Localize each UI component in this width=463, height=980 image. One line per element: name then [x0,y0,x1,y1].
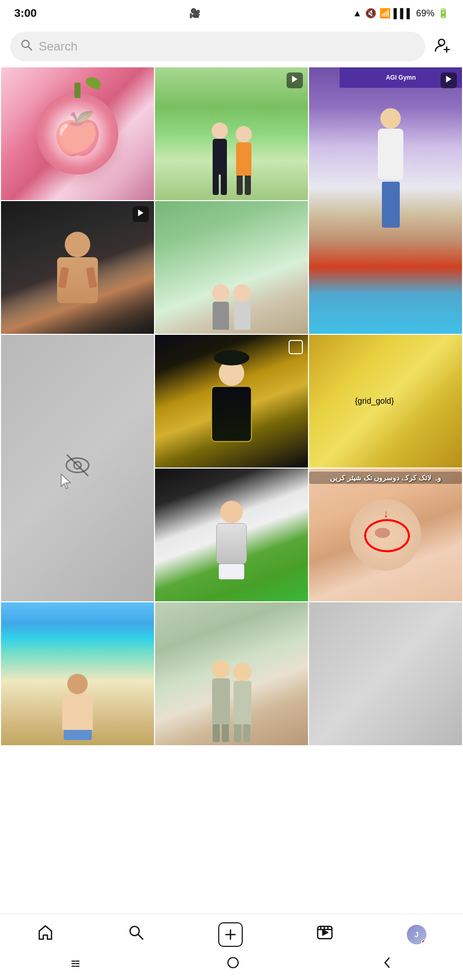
bluetooth-icon: ▲ [353,8,362,19]
sys-nav-back[interactable] [382,956,392,973]
battery-text: 69% [416,8,434,19]
add-button[interactable] [218,922,243,947]
square-badge-woman-trad [289,340,303,354]
svg-marker-7 [138,209,144,216]
grid-item-gold-bars[interactable]: {grid_gold} [309,335,462,468]
reel-badge-muscle-man [133,206,149,222]
grid-item-gym-girl[interactable]: AGI Gymn [309,67,462,334]
home-icon [37,924,54,945]
status-icons: 🎥 [189,8,200,19]
grid-item-baby-nose[interactable]: ↓ وہ لائک کرکے دوسروں تک شیئر کریں [309,469,462,601]
wifi-icon: 📶 [379,8,391,19]
sys-nav-home[interactable] [226,956,240,973]
nav-reels[interactable] [316,924,333,945]
search-placeholder-text: Search [39,39,78,54]
search-icon [20,39,33,54]
grid-item-grey-blank[interactable] [1,335,154,601]
svg-point-2 [439,39,445,45]
svg-marker-6 [446,76,452,83]
grid-item-apple[interactable] [1,67,154,200]
signal-icon: ▌▌▌ [394,8,413,19]
grid-item-grey-bottom[interactable] [309,602,462,745]
grid-item-anime-couple-stand[interactable] [155,602,308,745]
svg-marker-16 [323,930,328,935]
reels-nav-icon [316,924,333,945]
search-bar-container: Search [0,27,463,66]
search-nav-icon [127,924,145,945]
reel-badge-gym-girl [441,72,457,88]
svg-marker-5 [292,76,298,83]
system-nav-bar [0,951,463,980]
grid-item-muscle-man[interactable] [1,201,154,334]
mute-icon: 🔇 [365,8,376,19]
image-grid: AGI Gymn [0,66,463,827]
grid-item-anime-couple-sit[interactable] [155,201,308,334]
grid-item-beach-boy[interactable] [1,602,154,745]
svg-line-1 [29,47,32,51]
search-bar[interactable]: Search [10,32,425,61]
sys-nav-recents[interactable] [71,957,84,972]
bottom-nav-items: J [0,914,463,951]
grid-item-anime-kids[interactable] [155,67,308,200]
grid-item-woman-trad[interactable] [155,335,308,468]
svg-point-27 [228,958,238,968]
nav-add[interactable] [218,922,243,947]
nav-home[interactable] [37,924,54,945]
status-time: 3:00 [14,7,37,20]
add-friend-button[interactable] [432,35,453,59]
video-icon: 🎥 [189,8,200,19]
svg-line-12 [138,935,143,939]
bottom-nav: J [0,914,463,980]
status-bar: 3:00 🎥 ▲ 🔇 📶 ▌▌▌ 69% 🔋 [0,0,463,27]
battery-icon: 🔋 [438,8,449,19]
grid-item-ronaldo[interactable] [155,469,308,601]
nav-profile[interactable]: J [407,925,426,944]
profile-avatar[interactable]: J [407,925,426,944]
overlay-text-baby: وہ لائک کرکے دوسروں تک شیئر کریں [309,472,462,484]
nav-search[interactable] [127,924,145,945]
profile-notification-dot [421,939,426,944]
reel-badge-anime-kids [287,72,303,88]
status-right: ▲ 🔇 📶 ▌▌▌ 69% 🔋 [353,8,449,19]
